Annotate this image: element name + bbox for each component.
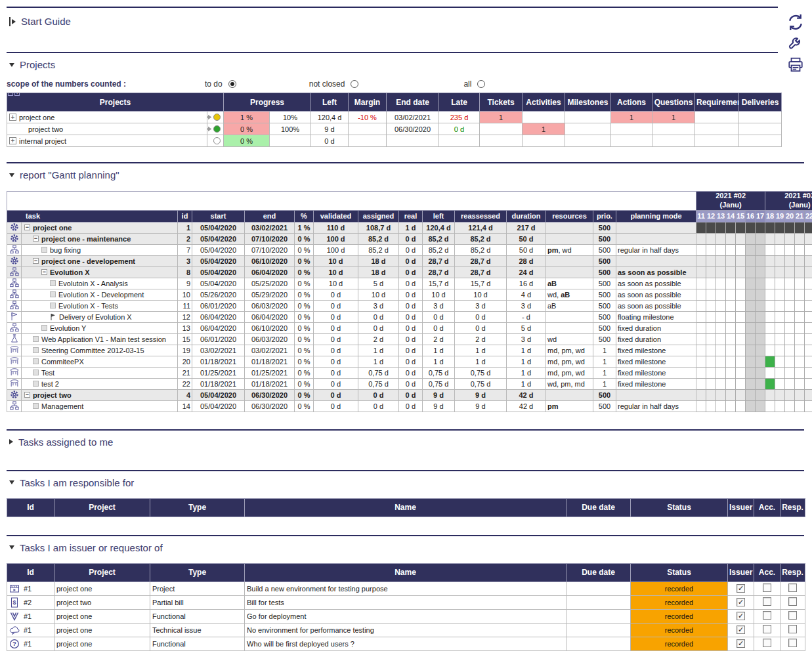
id-cell: 10 [178, 289, 192, 300]
column-header-resp-: Resp. [780, 498, 805, 517]
column-header-resp-: Resp. [780, 563, 805, 582]
gantt-day-cell [736, 266, 746, 278]
acc-checkbox[interactable] [763, 611, 771, 620]
id-cell[interactable]: $#2 [7, 595, 54, 609]
gantt-day-cell [775, 333, 785, 345]
task-name-cell[interactable]: CommiteePX [22, 356, 178, 367]
task-name-cell[interactable]: Web Application V1 - Main test session [22, 333, 178, 345]
resp-checkbox[interactable] [788, 611, 797, 620]
task-name-cell[interactable]: −project two [22, 389, 178, 400]
project-name-cell[interactable]: +project one [7, 112, 207, 123]
name-cell[interactable]: Go for deployment [245, 609, 566, 623]
collapse-icon[interactable]: − [41, 269, 47, 275]
task-name-cell[interactable]: Test [22, 367, 178, 378]
gantt-day-cell [696, 400, 706, 412]
scope-option-not-closed[interactable]: not closed [309, 79, 359, 89]
resp-checkbox[interactable] [788, 625, 797, 633]
start-date-cell: 06/04/2020 [192, 322, 245, 333]
id-cell: 15 [178, 333, 192, 345]
section-tasks-responsible[interactable]: Tasks I am responsible for [0, 471, 812, 491]
task-name-cell[interactable]: Evolutoin X - Analysis [22, 278, 178, 289]
acc-checkbox[interactable] [763, 625, 771, 633]
gantt-day-cell [726, 266, 736, 278]
validated-cell: 10 d [314, 278, 358, 289]
project-name-cell[interactable]: project two [7, 123, 207, 135]
deliveries-cell [739, 123, 782, 135]
radio-button[interactable] [351, 80, 358, 88]
task-name-cell[interactable]: −project one - maintenance [22, 233, 178, 244]
name-cell[interactable]: Build a new environment for testing purp… [245, 582, 566, 595]
issuer-checkbox-checked[interactable]: ✓ [737, 612, 745, 620]
acc-checkbox[interactable] [763, 597, 771, 606]
name-cell[interactable]: No environment for performance testing [245, 623, 566, 637]
name-cell[interactable]: Bill for tests [245, 595, 566, 609]
task-name-cell[interactable]: −project one - developement [22, 255, 178, 266]
projects-header-row: −+ProjectsProgressLeftMarginEnd dateLate… [7, 93, 782, 112]
left-cell: 28,7 d [423, 266, 455, 278]
print-icon[interactable] [787, 56, 804, 74]
task-name-cell[interactable]: Evolution X - Development [22, 289, 178, 300]
collapse-icon[interactable]: − [24, 392, 30, 398]
resp-checkbox[interactable] [788, 639, 797, 647]
gantt-day-cell [756, 278, 765, 289]
section-gantt-report[interactable]: report "Gantt planning" [0, 163, 812, 183]
expand-all-icon[interactable]: + [14, 93, 20, 96]
issuer-checkbox-checked[interactable]: ✓ [737, 639, 745, 648]
scope-option-to-do[interactable]: to do [205, 79, 236, 89]
gantt-day-cell [706, 378, 716, 389]
issuer-checkbox-checked[interactable]: ✓ [737, 625, 745, 634]
section-start-guide[interactable]: Start Guide [0, 8, 812, 30]
id-cell[interactable]: #1 [7, 582, 54, 595]
collapse-icon[interactable]: − [24, 224, 30, 230]
task-name-cell[interactable]: Evolution X - Tests [22, 300, 178, 311]
project-name-label: project one [19, 114, 54, 121]
task-name-cell[interactable]: Evolution Y [22, 322, 178, 333]
id-cell[interactable]: #1 [7, 623, 54, 637]
collapse-icon[interactable]: − [33, 258, 39, 264]
priority-cell: 500 [593, 322, 616, 333]
end-date-cell: 03/02/2021 [245, 345, 295, 356]
start-date-cell: 06/04/2020 [192, 311, 245, 322]
section-tasks-issuer[interactable]: Tasks I am issuer or requestor of [0, 536, 812, 556]
gantt-day-cell [696, 222, 706, 233]
issuer-checkbox-checked[interactable]: ✓ [737, 584, 745, 593]
task-name-cell[interactable]: Steering Committee 2012-03-15 [22, 345, 178, 356]
refresh-icon[interactable] [786, 13, 805, 32]
acc-checkbox[interactable] [763, 583, 771, 592]
id-cell[interactable]: ?#1 [7, 637, 54, 650]
task-name-cell[interactable]: Management [22, 400, 178, 412]
percent-cell: 0 % [295, 289, 314, 300]
id-cell: 13 [178, 322, 192, 333]
scope-option-all[interactable]: all [463, 79, 485, 89]
task-name-cell[interactable]: Delivery of Evolution X [22, 311, 178, 322]
gantt-day-cell [696, 233, 706, 244]
collapse-all-icon[interactable]: − [8, 93, 13, 96]
priority-cell: 500 [593, 300, 616, 311]
gantt-task-row: Steering Committee 2012-03-151903/02/202… [7, 345, 812, 356]
task-name-cell[interactable]: −Evolution X [22, 266, 178, 278]
id-cell[interactable]: #1 [7, 609, 54, 623]
reassessed-cell: 10 d [455, 289, 507, 300]
project-name-cell[interactable]: +internal project [7, 135, 207, 147]
radio-button[interactable] [477, 80, 485, 88]
column-header-questions: Questions [652, 93, 695, 112]
section-title-text: report "Gantt planning" [20, 169, 119, 180]
collapse-icon[interactable]: − [33, 236, 39, 242]
acc-checkbox[interactable] [763, 639, 771, 647]
expand-icon[interactable]: + [9, 114, 16, 121]
task-name-cell[interactable]: test 2 [22, 378, 178, 389]
task-name-cell[interactable]: −project one [22, 222, 178, 233]
issuer-checkbox-checked[interactable]: ✓ [737, 598, 745, 606]
settings-wrench-icon[interactable] [788, 36, 803, 52]
resp-checkbox[interactable] [788, 597, 797, 606]
expand-icon[interactable]: + [9, 137, 16, 144]
name-cell[interactable]: Who will be first deployed users ? [245, 637, 566, 650]
resource-label: wd [547, 335, 557, 343]
task-name-cell[interactable]: bug fixing [22, 244, 178, 255]
real-cell: 0 d [399, 333, 423, 345]
acc-cell [754, 623, 780, 637]
section-projects[interactable]: Projects [0, 53, 812, 73]
radio-button-selected[interactable] [228, 80, 236, 88]
section-tasks-assigned[interactable]: Tasks assigned to me [0, 431, 812, 450]
resp-checkbox[interactable] [788, 583, 797, 592]
